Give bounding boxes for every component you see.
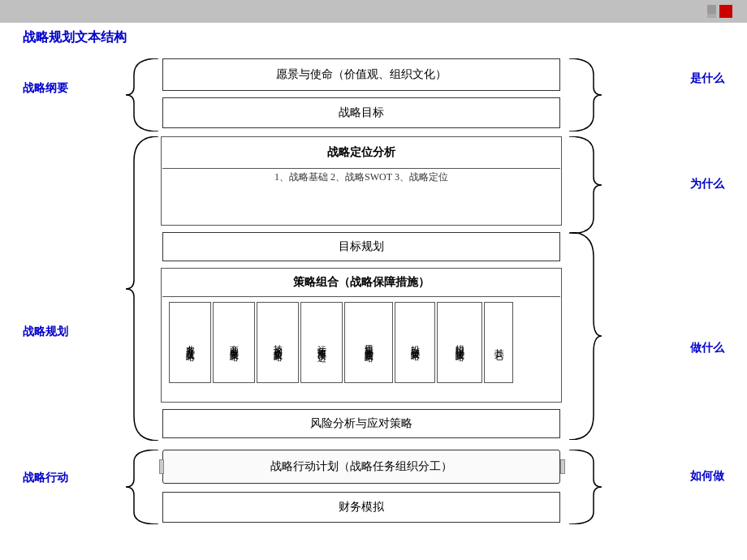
finance-box: 财务模拟 bbox=[162, 492, 560, 523]
positioning-title: 战略定位分析 bbox=[162, 136, 560, 169]
deco-gray-square1 bbox=[707, 5, 716, 14]
deco-red-square bbox=[719, 5, 732, 18]
risk-box: 风险分析与应对策略 bbox=[162, 409, 560, 438]
small-box-2: 技术创新策略 bbox=[257, 302, 299, 383]
small-box-7: 其它 bbox=[484, 302, 513, 383]
small-box-6: 组织保障策略 bbox=[437, 302, 482, 383]
vision-box: 愿景与使命（价值观、组织文化） bbox=[162, 58, 560, 91]
label-action: 战略行动 bbox=[23, 471, 68, 485]
brace-right-how bbox=[565, 450, 602, 524]
brace-right-what bbox=[565, 58, 602, 131]
brace-action bbox=[126, 450, 162, 524]
label-summary: 战略纲要 bbox=[23, 81, 68, 96]
positioning-sub: 1、战略基础 2、战略SWOT 3、战略定位 bbox=[162, 170, 560, 184]
brace-summary bbox=[126, 58, 162, 131]
small-box-3: 运营效率改进 bbox=[300, 302, 343, 383]
small-box-0: 业务开发策略 bbox=[169, 302, 211, 383]
small-box-4: 重组与并购策略 bbox=[344, 302, 393, 383]
label-why: 为什么 bbox=[690, 177, 724, 192]
label-planning: 战略规划 bbox=[23, 325, 68, 339]
label-what: 是什么 bbox=[690, 71, 724, 86]
target-plan-box: 目标规划 bbox=[162, 232, 560, 261]
label-do: 做什么 bbox=[690, 341, 724, 355]
top-bar bbox=[0, 0, 747, 23]
deco-gray-square2 bbox=[707, 14, 716, 18]
brace-right-why bbox=[565, 136, 602, 234]
brace-planning bbox=[126, 136, 162, 441]
brace-right-do bbox=[565, 232, 602, 440]
label-how: 如何做 bbox=[690, 469, 724, 484]
small-box-1: 商业竞争策略 bbox=[213, 302, 255, 383]
strategy-combo-header: 策略组合（战略保障措施） bbox=[162, 268, 560, 297]
action-plan-box: 战略行动计划（战略任务组织分工） bbox=[162, 450, 560, 484]
goal-box: 战略目标 bbox=[162, 97, 560, 128]
page-title: 战略规划文本结构 bbox=[23, 29, 127, 46]
small-box-5: 投融资策略 bbox=[395, 302, 435, 383]
